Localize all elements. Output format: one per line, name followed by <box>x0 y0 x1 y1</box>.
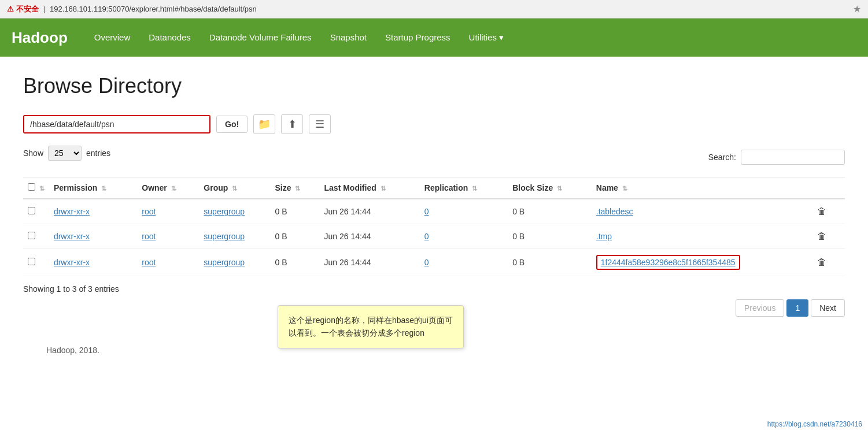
nav-datanodes[interactable]: Datanodes <box>139 18 200 57</box>
main-nav: Hadoop Overview Datanodes Datanode Volum… <box>0 18 868 57</box>
header-name[interactable]: Name ⇅ <box>592 177 809 199</box>
owner-0: root <box>142 207 156 216</box>
size-1: 0 B <box>271 224 320 249</box>
header-block-size[interactable]: Block Size ⇅ <box>508 177 592 199</box>
block-size-1: 0 B <box>508 224 592 249</box>
group-link-2[interactable]: supergroup <box>204 258 245 267</box>
entries-select[interactable]: 10 25 50 100 <box>48 146 82 161</box>
name-cell-0: .tabledesc <box>592 199 809 224</box>
nav-utilities[interactable]: Utilities ▾ <box>460 18 514 57</box>
row-checkbox-1[interactable] <box>28 232 35 239</box>
size-0: 0 B <box>271 199 320 224</box>
sort-icon-last-modified: ⇅ <box>381 185 386 192</box>
sort-icon-replication: ⇅ <box>472 185 477 192</box>
brand-logo: Hadoop <box>12 29 68 47</box>
footer-text: Hadoop, 2018. <box>46 346 99 355</box>
last-modified-1: Jun 26 14:44 <box>320 224 420 249</box>
security-warning: ⚠ 不安全 <box>7 4 39 14</box>
entries-label: entries <box>86 149 110 158</box>
table-row: drwxr-xr-x root supergroup 0 B Jun 26 14… <box>23 224 845 249</box>
delete-btn-1[interactable]: 🗑 <box>814 230 830 243</box>
sort-icon-permission: ⇅ <box>101 185 106 192</box>
header-size[interactable]: Size ⇅ <box>271 177 320 199</box>
sort-icon-name: ⇅ <box>622 185 627 192</box>
name-link-1[interactable]: .tmp <box>596 232 612 241</box>
path-input[interactable] <box>24 116 209 132</box>
owner-2: root <box>142 258 156 267</box>
upload-icon: ⬆ <box>288 118 297 131</box>
owner-1: root <box>142 232 156 241</box>
name-link-0[interactable]: .tabledesc <box>596 207 633 216</box>
group-link-0[interactable]: supergroup <box>204 207 245 216</box>
next-button[interactable]: Next <box>811 299 845 317</box>
show-entries: Show 10 25 50 100 entries <box>23 146 110 161</box>
fav-icon: ★ <box>853 3 861 14</box>
path-input-wrap <box>23 115 210 133</box>
folder-icon: 📁 <box>258 118 271 131</box>
permission-link-2[interactable]: drwxr-xr-x <box>54 258 90 267</box>
last-modified-0: Jun 26 14:44 <box>320 199 420 224</box>
header-last-modified[interactable]: Last Modified ⇅ <box>320 177 420 199</box>
name-cell-2: 1f2444fa58e93296e8c5f1665f354485 <box>592 249 809 276</box>
list-icon: ☰ <box>315 118 324 131</box>
delete-btn-0[interactable]: 🗑 <box>814 205 830 218</box>
showing-text: Showing 1 to 3 of 3 entries <box>23 284 845 294</box>
last-modified-2: Jun 26 14:44 <box>320 249 420 276</box>
header-actions <box>809 177 845 199</box>
show-label: Show <box>23 149 43 158</box>
directory-table: ⇅ Permission ⇅ Owner ⇅ Group ⇅ Size ⇅ La… <box>23 177 845 276</box>
search-label: Search: <box>708 153 736 162</box>
path-bar: Go! 📁 ⬆ ☰ <box>23 114 845 134</box>
nav-datanode-volume-failures[interactable]: Datanode Volume Failures <box>200 18 321 57</box>
name-link-highlighted-2[interactable]: 1f2444fa58e93296e8c5f1665f354485 <box>596 255 740 270</box>
select-all-checkbox[interactable] <box>28 183 35 191</box>
permission-link-1[interactable]: drwxr-xr-x <box>54 232 90 241</box>
header-owner[interactable]: Owner ⇅ <box>137 177 199 199</box>
folder-icon-button[interactable]: 📁 <box>253 114 275 134</box>
go-button[interactable]: Go! <box>216 116 248 133</box>
url-bar: 192.168.101.119:50070/explorer.html#/hba… <box>50 5 257 13</box>
row-checkbox-0[interactable] <box>28 207 35 214</box>
block-size-2: 0 B <box>508 249 592 276</box>
nav-overview[interactable]: Overview <box>85 18 140 57</box>
previous-button[interactable]: Previous <box>736 299 784 317</box>
block-size-0: 0 B <box>508 199 592 224</box>
header-group[interactable]: Group ⇅ <box>199 177 270 199</box>
header-permission[interactable]: Permission ⇅ <box>49 177 137 199</box>
search-input[interactable] <box>741 150 845 165</box>
tooltip-text: 这个是region的名称，同样在hbase的ui页面可以看到。一个表会被切分成多… <box>289 316 453 337</box>
browser-bar: ⚠ 不安全 | 192.168.101.119:50070/explorer.h… <box>0 0 868 18</box>
sort-icon-checkbox: ⇅ <box>39 185 45 192</box>
sort-icon-block-size: ⇅ <box>557 185 562 192</box>
row-checkbox-2[interactable] <box>28 258 35 265</box>
header-replication[interactable]: Replication ⇅ <box>420 177 508 199</box>
list-icon-button[interactable]: ☰ <box>309 114 331 134</box>
main-content: Browse Directory Go! 📁 ⬆ ☰ Show 10 25 50… <box>0 57 868 372</box>
delete-btn-2[interactable]: 🗑 <box>814 256 830 269</box>
size-2: 0 B <box>271 249 320 276</box>
page-1-button[interactable]: 1 <box>786 299 808 317</box>
sort-icon-size: ⇅ <box>295 185 300 192</box>
permission-link-0[interactable]: drwxr-xr-x <box>54 207 90 216</box>
replication-link-0[interactable]: 0 <box>424 207 429 216</box>
upload-icon-button[interactable]: ⬆ <box>281 114 303 134</box>
nav-snapshot[interactable]: Snapshot <box>321 18 376 57</box>
name-cell-1: .tmp <box>592 224 809 249</box>
tooltip: 这个是region的名称，同样在hbase的ui页面可以看到。一个表会被切分成多… <box>278 305 464 348</box>
replication-link-2[interactable]: 0 <box>424 258 429 267</box>
replication-link-1[interactable]: 0 <box>424 232 429 241</box>
separator: | <box>43 5 45 13</box>
sort-icon-group: ⇅ <box>232 185 237 192</box>
table-row: drwxr-xr-x root supergroup 0 B Jun 26 14… <box>23 249 845 276</box>
group-link-1[interactable]: supergroup <box>204 232 245 241</box>
table-row: drwxr-xr-x root supergroup 0 B Jun 26 14… <box>23 199 845 224</box>
sort-icon-owner: ⇅ <box>171 185 176 192</box>
page-title: Browse Directory <box>23 74 845 98</box>
nav-startup-progress[interactable]: Startup Progress <box>376 18 460 57</box>
